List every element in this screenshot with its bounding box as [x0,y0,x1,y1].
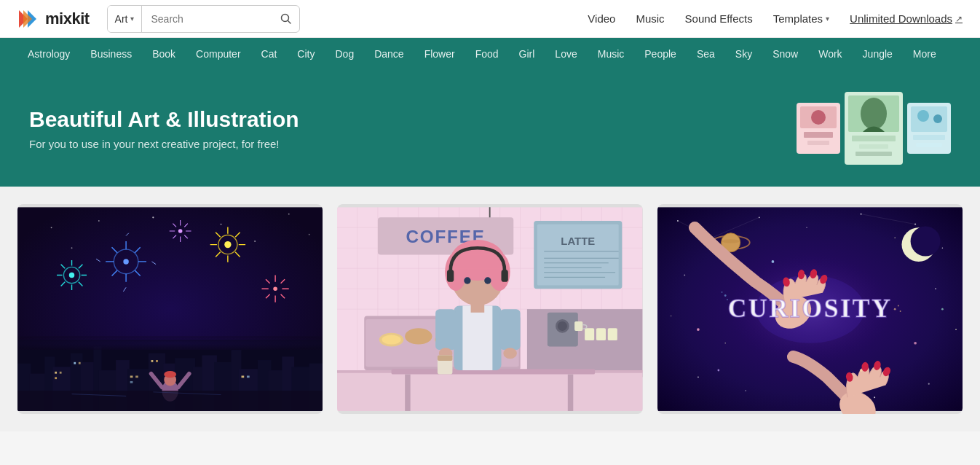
search-category-dropdown[interactable]: Art ▾ [108,6,143,32]
nav-templates[interactable]: Templates ▾ [773,12,829,25]
cat-book[interactable]: Book [142,38,186,70]
cat-sky[interactable]: Sky [725,38,762,70]
hero-subtitle: For you to use in your next creative pro… [29,138,299,150]
hero-text-block: Beautiful Art & Illustration For you to … [29,107,299,150]
svg-rect-198 [447,270,454,282]
cat-music[interactable]: Music [588,38,635,70]
svg-point-27 [288,214,290,215]
svg-rect-170 [527,309,642,377]
svg-rect-177 [574,321,582,331]
svg-point-225 [722,239,739,243]
logo[interactable]: mixkit [17,7,90,31]
svg-text:LATTE: LATTE [561,235,596,247]
svg-point-248 [893,308,896,310]
search-button[interactable] [273,13,299,25]
search-category-label: Art [115,13,128,25]
svg-rect-114 [130,381,133,383]
svg-rect-20 [913,135,945,140]
nav-video[interactable]: Video [588,12,615,25]
svg-point-54 [224,241,231,248]
svg-rect-112 [130,375,133,378]
svg-rect-186 [500,309,521,350]
svg-point-196 [465,277,471,284]
card-fireworks[interactable] [17,204,323,414]
cat-sea[interactable]: Sea [687,38,725,70]
hero-banner: Beautiful Art & Illustration For you to … [0,70,980,187]
card-coffee[interactable]: COFFEE LATTE [337,204,642,414]
svg-point-250 [899,310,901,312]
svg-point-12 [861,98,887,130]
svg-rect-181 [406,375,411,411]
svg-rect-111 [79,362,81,364]
svg-rect-8 [804,132,833,138]
cat-more[interactable]: More [903,38,947,70]
svg-rect-21 [916,143,942,147]
svg-point-244 [771,260,774,263]
svg-point-249 [898,305,899,307]
svg-rect-199 [502,270,508,282]
cat-astrology[interactable]: Astrology [17,38,80,70]
svg-point-214 [874,396,875,398]
card-curiosity[interactable]: CURIOSITY CURIOSITY [657,204,963,414]
hero-thumb-2 [845,92,903,165]
svg-point-166 [382,335,401,345]
svg-point-26 [221,224,222,225]
cat-cat[interactable]: Cat [251,38,288,70]
search-input[interactable] [142,6,273,32]
svg-point-218 [671,316,671,316]
cat-love[interactable]: Love [545,38,587,70]
cat-work[interactable]: Work [808,38,852,70]
svg-rect-108 [60,372,62,374]
svg-point-173 [558,321,567,331]
svg-point-24 [98,220,100,222]
svg-rect-200 [471,302,485,313]
cat-food[interactable]: Food [465,38,509,70]
templates-chevron-icon: ▾ [826,15,829,23]
svg-rect-190 [438,356,453,361]
svg-point-167 [406,328,432,344]
cat-business[interactable]: Business [80,38,142,70]
svg-point-29 [71,247,73,249]
svg-rect-155 [537,224,619,286]
cat-dance[interactable]: Dance [364,38,414,70]
svg-point-243 [914,342,917,345]
svg-text:CURIOSITY: CURIOSITY [727,294,892,323]
svg-point-44 [123,259,128,264]
cat-jungle[interactable]: Jungle [853,38,903,70]
cat-flower[interactable]: Flower [414,38,465,70]
svg-point-124 [164,371,176,378]
svg-point-188 [504,348,518,359]
svg-point-213 [745,390,746,391]
logo-text: mixkit [45,9,90,28]
svg-point-246 [717,370,719,372]
svg-point-245 [859,369,862,372]
external-link-icon: ↗ [955,14,963,24]
cat-dog[interactable]: Dog [325,38,364,70]
svg-point-210 [935,288,936,289]
search-bar: Art ▾ [107,5,301,33]
nav-sound-effects[interactable]: Sound Effects [685,12,753,25]
svg-point-197 [485,277,491,284]
svg-point-202 [677,220,679,222]
cat-snow[interactable]: Snow [762,38,808,70]
cat-computer[interactable]: Computer [186,38,250,70]
svg-rect-109 [55,377,57,379]
svg-point-28 [309,234,310,235]
svg-point-205 [806,227,807,228]
svg-point-82 [178,229,183,233]
svg-rect-184 [463,305,493,370]
nav-music[interactable]: Music [636,12,664,25]
main-nav: Video Music Sound Effects Templates ▾ Un… [588,12,963,25]
svg-rect-175 [596,328,606,340]
nav-unlimited[interactable]: Unlimited Downloads ↗ [850,12,963,25]
main-content: COFFEE LATTE [0,187,980,431]
coffee-illustration: COFFEE LATTE [337,204,642,414]
svg-rect-182 [568,375,573,411]
svg-rect-116 [156,360,158,362]
svg-point-207 [914,224,916,225]
cat-people[interactable]: People [634,38,687,70]
search-icon [280,13,292,25]
svg-point-215 [894,238,895,238]
cat-city[interactable]: City [287,38,325,70]
cat-girl[interactable]: Girl [509,38,545,70]
